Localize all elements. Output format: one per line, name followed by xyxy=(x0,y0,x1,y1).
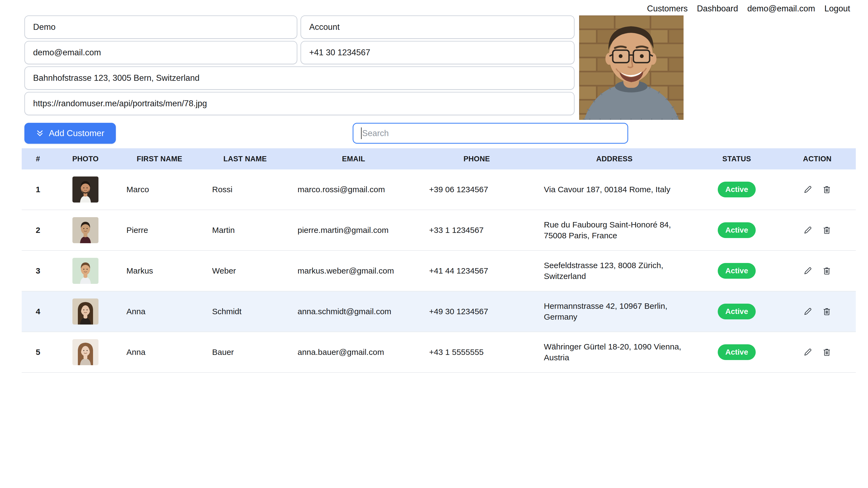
first-name-cell: Pierre xyxy=(117,221,203,240)
email-cell: anna.schmidt@gmail.com xyxy=(288,302,420,321)
nav-item-logout[interactable]: Logout xyxy=(824,4,850,13)
row-number: 2 xyxy=(22,226,54,235)
edit-button[interactable] xyxy=(803,226,812,234)
status-badge: Active xyxy=(718,182,756,197)
address-cell: Währinger Gürtel 18-20, 1090 Vienna, Aus… xyxy=(534,336,695,368)
first-name-cell: Anna xyxy=(117,302,203,321)
trash-icon xyxy=(823,266,831,275)
customer-photo-thumbnail xyxy=(54,336,117,368)
address-cell: Seefeldstrasse 123, 8008 Zürich, Switzer… xyxy=(534,255,695,287)
search-input[interactable] xyxy=(352,123,628,144)
text-cursor xyxy=(361,127,362,139)
nav-item-customers[interactable]: Customers xyxy=(647,4,688,13)
double-chevron-down-icon xyxy=(36,129,44,137)
trash-icon xyxy=(823,226,831,234)
status-badge: Active xyxy=(718,222,756,238)
delete-button[interactable] xyxy=(823,307,831,316)
header-photo: PHOTO xyxy=(54,155,117,163)
delete-button[interactable] xyxy=(823,266,831,275)
last-name-input[interactable] xyxy=(301,15,575,39)
avatar-man-curly-hair-maroon-shirt xyxy=(72,217,98,243)
last-name-cell: Rossi xyxy=(203,180,288,199)
edit-pencil-icon xyxy=(803,348,812,357)
email-cell: markus.weber@gmail.com xyxy=(288,261,420,280)
status-cell: Active xyxy=(695,182,779,197)
status-badge: Active xyxy=(718,304,756,319)
header-last-name: LAST NAME xyxy=(203,155,288,163)
nav-item-dashboard[interactable]: Dashboard xyxy=(697,4,738,13)
address-cell: Hermannstrasse 42, 10967 Berlin, Germany xyxy=(534,296,695,327)
edit-pencil-icon xyxy=(803,307,812,316)
phone-cell: +39 06 1234567 xyxy=(420,180,534,199)
address-input[interactable] xyxy=(24,66,575,90)
trash-icon xyxy=(823,185,831,194)
last-name-cell: Bauer xyxy=(203,343,288,362)
row-number: 1 xyxy=(22,185,54,194)
customer-photo-thumbnail xyxy=(54,296,117,327)
first-name-cell: Anna xyxy=(117,343,203,362)
form-fields xyxy=(24,15,575,120)
avatar-woman-long-dark-hair xyxy=(72,298,98,325)
delete-button[interactable] xyxy=(823,185,831,194)
edit-button[interactable] xyxy=(803,266,812,275)
avatar-man-smiling-light-green-background xyxy=(72,258,98,284)
phone-input[interactable] xyxy=(301,41,575,64)
last-name-cell: Martin xyxy=(203,221,288,240)
header-address: ADDRESS xyxy=(534,155,695,163)
delete-button[interactable] xyxy=(823,348,831,357)
edit-button[interactable] xyxy=(803,307,812,316)
table-row: 3MarkusWebermarkus.weber@gmail.com+41 44… xyxy=(22,251,856,291)
action-cell xyxy=(779,307,856,316)
table-header-row: # PHOTO FIRST NAME LAST NAME EMAIL PHONE… xyxy=(22,148,856,169)
avatar-woman-long-auburn-hair xyxy=(72,339,98,365)
status-badge: Active xyxy=(718,263,756,279)
last-name-cell: Weber xyxy=(203,261,288,280)
add-customer-label: Add Customer xyxy=(49,128,104,138)
row-number: 5 xyxy=(22,348,54,357)
customer-app-page: Customers Dashboard demo@email.com Logou… xyxy=(0,0,868,488)
status-cell: Active xyxy=(695,263,779,279)
customers-table: # PHOTO FIRST NAME LAST NAME EMAIL PHONE… xyxy=(22,148,856,373)
email-input[interactable] xyxy=(24,41,297,64)
header-number: # xyxy=(22,155,54,163)
table-body: 1MarcoRossimarco.rossi@gmail.com+39 06 1… xyxy=(22,169,856,373)
address-cell: Rue du Faubourg Saint-Honoré 84, 75008 P… xyxy=(534,215,695,246)
trash-icon xyxy=(823,348,831,357)
action-cell xyxy=(779,266,856,275)
first-name-cell: Markus xyxy=(117,261,203,280)
trash-icon xyxy=(823,307,831,316)
edit-button[interactable] xyxy=(803,348,812,357)
customer-photo-thumbnail xyxy=(54,215,117,246)
action-cell xyxy=(779,348,856,357)
actions-row: Add Customer xyxy=(24,123,856,144)
avatar-man-dark-hair-beard-white-shirt xyxy=(72,176,98,202)
header-status: STATUS xyxy=(695,155,779,163)
customer-form xyxy=(24,15,684,120)
add-customer-button[interactable]: Add Customer xyxy=(24,123,116,144)
nav-item-account-email[interactable]: demo@email.com xyxy=(747,4,815,13)
status-cell: Active xyxy=(695,222,779,238)
edit-pencil-icon xyxy=(803,266,812,275)
edit-button[interactable] xyxy=(803,185,812,194)
phone-cell: +41 44 1234567 xyxy=(420,261,534,280)
phone-cell: +33 1 1234567 xyxy=(420,221,534,240)
delete-button[interactable] xyxy=(823,226,831,234)
email-cell: marco.rossi@gmail.com xyxy=(288,180,420,199)
man-portrait-illustration xyxy=(579,15,684,120)
phone-cell: +43 1 5555555 xyxy=(420,343,534,362)
edit-pencil-icon xyxy=(803,185,812,194)
first-name-cell: Marco xyxy=(117,180,203,199)
profile-photo-preview xyxy=(579,15,684,120)
table-row: 2PierreMartinpierre.martin@gmail.com+33 … xyxy=(22,210,856,251)
status-cell: Active xyxy=(695,344,779,360)
email-cell: pierre.martin@gmail.com xyxy=(288,221,420,240)
row-number: 3 xyxy=(22,266,54,275)
last-name-cell: Schmidt xyxy=(203,302,288,321)
action-cell xyxy=(779,185,856,194)
photo-url-input[interactable] xyxy=(24,92,575,115)
phone-cell: +49 30 1234567 xyxy=(420,302,534,321)
header-first-name: FIRST NAME xyxy=(117,155,203,163)
action-cell xyxy=(779,226,856,234)
header-action: ACTION xyxy=(779,155,856,163)
first-name-input[interactable] xyxy=(24,15,297,39)
